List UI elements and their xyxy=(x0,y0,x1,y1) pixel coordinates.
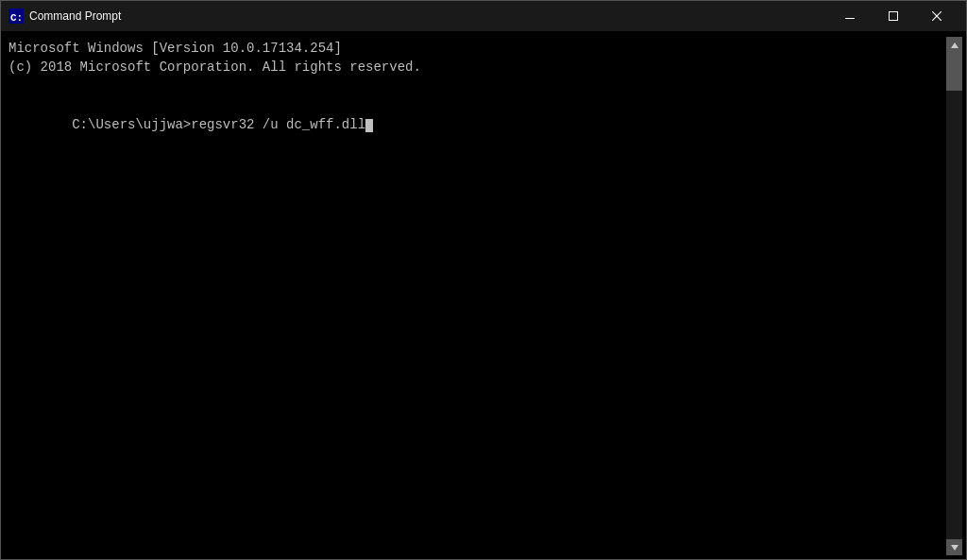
svg-marker-7 xyxy=(951,42,959,48)
console-line-3 xyxy=(8,77,942,96)
cmd-window: C: Command Prompt xyxy=(0,0,967,560)
console-line-1: Microsoft Windows [Version 10.0.17134.25… xyxy=(8,39,942,58)
title-bar-controls xyxy=(828,1,959,31)
svg-text:C:: C: xyxy=(10,12,23,24)
scrollbar xyxy=(946,37,962,555)
svg-rect-3 xyxy=(845,18,855,19)
console-line-2: (c) 2018 Microsoft Corporation. All righ… xyxy=(8,58,942,76)
title-bar-text: Command Prompt xyxy=(29,9,828,23)
minimize-button[interactable] xyxy=(828,1,872,31)
console-content[interactable]: Microsoft Windows [Version 10.0.17134.25… xyxy=(5,37,946,555)
svg-rect-4 xyxy=(890,12,898,21)
console-area: Microsoft Windows [Version 10.0.17134.25… xyxy=(1,31,966,559)
cursor xyxy=(365,119,373,132)
scrollbar-track[interactable] xyxy=(946,53,962,539)
console-line-4: C:\Users\ujjwa>regsvr32 /u dc_wff.dll xyxy=(8,96,942,154)
title-bar: C: Command Prompt xyxy=(1,1,966,31)
scrollbar-down-button[interactable] xyxy=(946,539,962,555)
cmd-icon: C: xyxy=(8,8,24,24)
close-button[interactable] xyxy=(915,1,959,31)
scrollbar-up-button[interactable] xyxy=(946,37,962,53)
scrollbar-thumb[interactable] xyxy=(946,53,962,91)
svg-marker-8 xyxy=(951,545,959,551)
maximize-button[interactable] xyxy=(872,1,915,31)
